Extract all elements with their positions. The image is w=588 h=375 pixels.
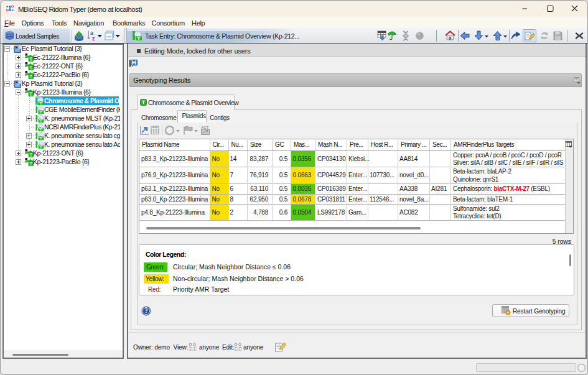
svg-text:ACT: ACT [201, 126, 209, 129]
svg-text:z: z [92, 35, 95, 42]
svg-text:?: ? [145, 308, 148, 314]
